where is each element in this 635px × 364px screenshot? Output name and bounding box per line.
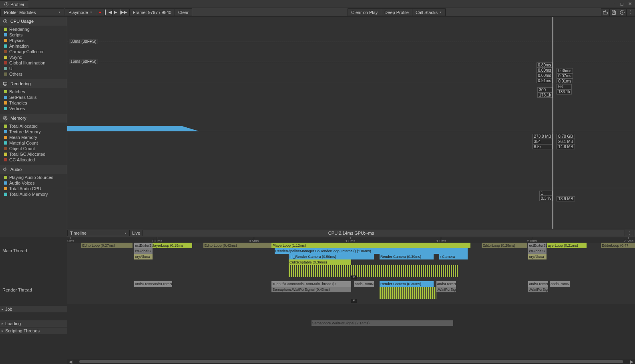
legend-item[interactable]: Total Allocated bbox=[0, 123, 67, 129]
legend-item[interactable]: Vertices bbox=[0, 106, 67, 111]
legend-item[interactable]: Total Audio CPU bbox=[0, 186, 67, 191]
block-andsfrom[interactable]: andsFromN bbox=[354, 281, 374, 287]
block-rendercam[interactable]: Render Camera (0.30ms) bbox=[380, 281, 434, 287]
legend-item[interactable]: Playing Audio Sources bbox=[0, 175, 67, 180]
loading-thread-lane[interactable]: Semaphore.WaitForSignal (2.14ms) bbox=[67, 320, 635, 328]
clear-button[interactable]: Clear bbox=[175, 8, 192, 16]
block-andsfrom[interactable]: andsFromN bbox=[134, 281, 152, 287]
legend-item[interactable]: Total GC Allocated bbox=[0, 151, 67, 157]
legend-item[interactable]: Physics bbox=[0, 38, 67, 43]
kebab-menu-icon[interactable]: ⋮ bbox=[611, 1, 617, 7]
block-editorloop[interactable]: EditorLoop (0.27ms) bbox=[81, 243, 133, 248]
load-button[interactable] bbox=[601, 8, 610, 16]
legend-item[interactable]: Audio Voices bbox=[0, 180, 67, 186]
maximize-icon[interactable]: □ bbox=[619, 1, 625, 7]
block-semaphore[interactable]: Semaphore.WaitForSignal (0.43ms) bbox=[271, 287, 351, 292]
legend-item[interactable]: Animation bbox=[0, 43, 67, 49]
block-editorloop[interactable]: EditorLoop (0.42ms) bbox=[203, 243, 271, 248]
record-button[interactable]: ● bbox=[96, 8, 104, 16]
memory-chart[interactable]: 273.0 MB3546.5k 0.70 GB26.1 MB14.8 MB bbox=[67, 131, 635, 188]
legend-item[interactable]: GC Allocated bbox=[0, 157, 67, 163]
legend-item[interactable]: Global Illumination bbox=[0, 60, 67, 66]
block-editorloop[interactable]: EditorLoop (0.28ms) bbox=[482, 243, 527, 248]
scroll-thumb[interactable] bbox=[79, 360, 623, 363]
legend-item[interactable]: Material Count bbox=[0, 140, 67, 146]
legend-item[interactable]: UI bbox=[0, 66, 67, 71]
block-oryalloc[interactable]: oryAlloca bbox=[134, 254, 152, 259]
frame-marker[interactable] bbox=[553, 83, 553, 131]
audio-chart[interactable]: 10.3 % 18.9 MB bbox=[67, 188, 635, 229]
legend-item[interactable]: Triangles bbox=[0, 100, 67, 106]
job-thread-row[interactable]: Job bbox=[0, 306, 67, 312]
help-button[interactable]: ? bbox=[618, 8, 627, 16]
main-thread-lane[interactable]: EditorLoop (0.27ms) ectEditorSt ctGlobal… bbox=[67, 243, 635, 281]
timeline-menu[interactable]: ⋮ bbox=[625, 230, 633, 236]
block-andsfrom[interactable]: andsFromN bbox=[528, 281, 548, 287]
legend-item[interactable]: Object Count bbox=[0, 146, 67, 151]
render-thread-lane[interactable]: andsFromN andsFromN itForGfxCommandsFrom… bbox=[67, 281, 635, 304]
legend-item[interactable]: VSync bbox=[0, 54, 67, 60]
block-inlrender[interactable]: Inl_Render Camera (0.50ms) bbox=[289, 254, 374, 259]
legend-item[interactable]: Total Audio Memory bbox=[0, 191, 67, 197]
save-button[interactable] bbox=[609, 8, 618, 16]
playmode-dropdown[interactable]: Playmode bbox=[65, 8, 96, 16]
clear-on-play-button[interactable]: Clear on Play bbox=[348, 8, 381, 16]
legend-item[interactable]: Others bbox=[0, 71, 67, 77]
block-semaphore[interactable]: Semaphore.WaitForSignal (2.14ms) bbox=[311, 320, 454, 326]
legend-item[interactable]: SetPass Calls bbox=[0, 95, 67, 100]
block-andsfrom[interactable]: andsFromN bbox=[550, 281, 570, 287]
block-playerloop[interactable]: layerLoop (0.19ms bbox=[153, 243, 192, 248]
expand-button[interactable]: ▼ bbox=[351, 276, 357, 280]
prev-frame-button[interactable]: ▏◀ bbox=[104, 8, 113, 16]
timeline-body[interactable]: 5ms0.0ms0.5ms1.0ms1.5ms2.0ms2.5ms Main T… bbox=[0, 237, 635, 364]
deep-profile-button[interactable]: Deep Profile bbox=[381, 8, 412, 16]
block-cull[interactable]: CullScriptable (0.36ms) bbox=[289, 259, 351, 265]
block-editorloop[interactable]: EditorLoop (0.47 bbox=[601, 243, 635, 248]
block-rcamera[interactable]: r Camera bbox=[439, 254, 468, 259]
legend-item[interactable]: Batches bbox=[0, 89, 67, 95]
block-waitgfx[interactable]: itForGfxCommandsFromMainThread (0 bbox=[271, 281, 351, 287]
block-ecteditor[interactable]: ectEditorSt bbox=[528, 243, 546, 248]
legend-item[interactable]: Mesh Memory bbox=[0, 135, 67, 140]
frame-marker[interactable] bbox=[553, 188, 553, 229]
block-playerloop[interactable]: PlayerLoop (1.12ms) bbox=[271, 243, 470, 248]
job-thread-lane[interactable] bbox=[67, 306, 635, 320]
block-playerloop[interactable]: ayerLoop (0.21ms) bbox=[547, 243, 587, 248]
profiler-tab[interactable]: Profiler bbox=[0, 0, 28, 8]
call-stacks-dropdown[interactable]: Call Stacks bbox=[412, 8, 446, 16]
block-rendercam[interactable]: Render Camera (0.30ms) bbox=[380, 254, 434, 259]
horizontal-scrollbar[interactable]: ◀ ▶ bbox=[67, 359, 635, 364]
close-icon[interactable]: ✕ bbox=[627, 1, 633, 7]
rendering-chart[interactable]: 300173.1k 66133.1k bbox=[67, 83, 635, 131]
context-menu-button[interactable]: ⋮ bbox=[626, 8, 635, 16]
block-waitsig[interactable]: .WaitForSig bbox=[528, 287, 548, 292]
next-frame-button[interactable]: ▶▕ bbox=[113, 8, 121, 16]
cpu-usage-header[interactable]: CPU Usage bbox=[0, 17, 67, 26]
scripting-threads-row[interactable]: Scripting Threads bbox=[0, 328, 67, 334]
legend-item[interactable]: Rendering bbox=[0, 26, 67, 32]
frame-marker[interactable] bbox=[553, 131, 553, 188]
cpu-chart[interactable]: 33ms (30FPS) 16ms (60FPS) 0.80ms0.00ms0.… bbox=[67, 17, 635, 83]
profiler-modules-dropdown[interactable]: Profiler Modules bbox=[0, 8, 64, 16]
audio-header[interactable]: Audio bbox=[0, 165, 67, 174]
block-andsfrom[interactable]: andsFromN bbox=[153, 281, 173, 287]
timeline-view-dropdown[interactable]: Timeline bbox=[67, 230, 130, 236]
block-andsfrom[interactable]: andsFromN bbox=[436, 281, 456, 287]
scroll-right-icon[interactable]: ▶ bbox=[629, 359, 635, 364]
block-ecteditor[interactable]: ectEditorSt bbox=[134, 243, 152, 248]
block-renderpipeline[interactable]: RenderPipelineManager.DoRenderLoop_Inter… bbox=[275, 248, 468, 254]
block-oryalloc[interactable]: oryAlloca bbox=[528, 254, 546, 259]
scroll-left-icon[interactable]: ◀ bbox=[67, 359, 74, 364]
expand-button[interactable]: ▼ bbox=[351, 299, 357, 303]
frame-marker[interactable] bbox=[553, 17, 553, 83]
live-button[interactable]: Live bbox=[129, 230, 143, 236]
block-waitsig[interactable]: .WaitForSig bbox=[436, 287, 456, 292]
block-ctglobal[interactable]: ctGlobalS bbox=[528, 248, 546, 254]
legend-item[interactable]: Scripts bbox=[0, 32, 67, 38]
legend-item[interactable]: GarbageCollector bbox=[0, 49, 67, 54]
rendering-header[interactable]: Rendering bbox=[0, 79, 67, 88]
memory-header[interactable]: Memory bbox=[0, 114, 67, 123]
current-frame-button[interactable]: ▶▶▏ bbox=[121, 8, 130, 16]
legend-item[interactable]: Texture Memory bbox=[0, 129, 67, 135]
block-ctglobal[interactable]: ctGlobalS bbox=[134, 248, 152, 254]
